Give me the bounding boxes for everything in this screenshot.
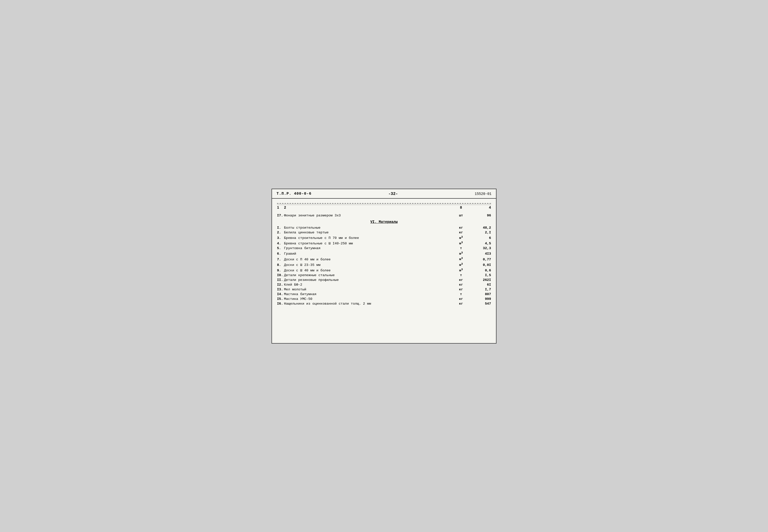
- item-number: I6.: [277, 302, 284, 306]
- col-num-4: 4: [471, 206, 491, 210]
- item-description: Бревна строительные с П 70 мм и более: [284, 236, 451, 240]
- table-row: 6.Гравийм34I3: [277, 251, 491, 256]
- item-number: 7.: [277, 258, 284, 261]
- item-description: Доски с Ш 23-35 мм: [284, 263, 451, 267]
- item-number: 9.: [277, 269, 284, 272]
- item-quantity: 4,5: [471, 242, 491, 245]
- item-unit: м3: [451, 268, 471, 272]
- table-row: 7.Доски с П 40 мм и болеем30,77: [277, 257, 491, 261]
- item-unit: м3: [451, 235, 471, 240]
- special-item-unit: шт: [451, 214, 471, 217]
- document-page: Т.П.Р. 400-0-6 -32- 15520-01 1 2 8 4 I7.…: [271, 189, 497, 344]
- table-row: I.Болты строительныекг48,2: [277, 226, 491, 230]
- table-row: 8.Доски с Ш 23-35 ммм30,0I: [277, 262, 491, 267]
- item-description: Грунтовка битумная: [284, 246, 451, 250]
- table-row: 4.Бревна строительные с Ш I40-250 ммм34,…: [277, 241, 491, 245]
- item-description: Доски с Ш 40 мм и более: [284, 269, 451, 272]
- item-description: Мастика битумная: [284, 292, 451, 296]
- item-unit: т: [451, 273, 471, 277]
- item-quantity: I,5: [471, 273, 491, 277]
- table-row: I4.Мастика битумнаят807: [277, 292, 491, 296]
- item-quantity: 547: [471, 302, 491, 306]
- item-quantity: 0,77: [471, 258, 491, 261]
- items-list: I.Болты строительныекг48,22.Белила цинко…: [277, 226, 491, 306]
- item-unit: т: [451, 292, 471, 296]
- item-quantity: 6: [471, 236, 491, 240]
- page-number: -32-: [388, 192, 398, 196]
- item-unit: кг: [451, 226, 471, 230]
- table-row: 3.Бревна строительные с П 70 мм и болеем…: [277, 235, 491, 240]
- item-number: I.: [277, 226, 284, 230]
- item-description: Белила цинковые тертые: [284, 231, 451, 234]
- table-row: I6.Нащельники из оцинкованной стали толщ…: [277, 302, 491, 306]
- item-number: 4.: [277, 242, 284, 245]
- item-description: Гравий: [284, 252, 451, 256]
- item-number: I4.: [277, 292, 284, 296]
- item-unit: кг: [451, 288, 471, 291]
- table-row: I5.Мастика УМС-50кг999: [277, 297, 491, 301]
- item-number: 6.: [277, 252, 284, 256]
- page-header: Т.П.Р. 400-0-6 -32- 15520-01: [272, 189, 496, 199]
- item-description: Бревна строительные с Ш I40-250 мм: [284, 242, 451, 245]
- item-description: Мастика УМС-50: [284, 297, 451, 301]
- col-num-1: 1: [277, 206, 284, 210]
- item-number: 2.: [277, 231, 284, 234]
- item-number: I2.: [277, 283, 284, 287]
- item-description: Детали крепежные стальные: [284, 273, 451, 277]
- item-number: 5.: [277, 246, 284, 250]
- top-dashed-line: [277, 203, 491, 204]
- doc-ref-left: Т.П.Р. 400-0-6: [276, 192, 311, 196]
- item-unit: кг: [451, 283, 471, 287]
- item-unit: кг: [451, 278, 471, 282]
- special-item-num: I7.: [277, 214, 284, 217]
- col-num-3: 8: [451, 206, 471, 210]
- item-quantity: 4I3: [471, 252, 491, 256]
- item-description: Детали резиновые профильные: [284, 278, 451, 282]
- item-unit: м3: [451, 251, 471, 256]
- table-row: I3.Мел молотыйкгI,7: [277, 288, 491, 291]
- item-number: II.: [277, 278, 284, 282]
- col-num-2: 2: [284, 206, 451, 210]
- item-quantity: 0,0I: [471, 263, 491, 267]
- item-description: Мел молотый: [284, 288, 451, 291]
- table-row: 9.Доски с Ш 40 мм и болеем30,6: [277, 268, 491, 272]
- table-row: I0.Детали крепежные стальныетI,5: [277, 273, 491, 277]
- item-description: Доски с П 40 мм и более: [284, 258, 451, 261]
- item-quantity: 807: [471, 292, 491, 296]
- item-unit: кг: [451, 297, 471, 301]
- item-number: I0.: [277, 273, 284, 277]
- item-number: 3.: [277, 236, 284, 240]
- special-item-desc: Фонари зенитные размером 3х3: [284, 214, 451, 217]
- item-quantity: 999: [471, 297, 491, 301]
- item-quantity: I,7: [471, 288, 491, 291]
- item-description: Болты строительные: [284, 226, 451, 230]
- item-unit: т: [451, 246, 471, 250]
- item-quantity: 2,I: [471, 231, 491, 234]
- table-row: 5.Грунтовка битумнаят32,3: [277, 246, 491, 250]
- content-area: 1 2 8 4 I7. Фонари зенитные размером 3х3…: [272, 199, 496, 312]
- item-description: Нащельники из оцинкованной стали толщ. 2…: [284, 302, 451, 306]
- table-row: 2.Белила цинковые тертыекг2,I: [277, 231, 491, 234]
- item-number: 8.: [277, 263, 284, 267]
- special-item-row: I7. Фонари зенитные размером 3х3 шт 96: [277, 214, 491, 217]
- item-quantity: 32,3: [471, 246, 491, 250]
- item-number: I3.: [277, 288, 284, 291]
- item-unit: кг: [451, 231, 471, 234]
- item-quantity: 262I: [471, 278, 491, 282]
- table-row: II.Детали резиновые профильныекг262I: [277, 278, 491, 282]
- item-description: Клей БФ-2: [284, 283, 451, 287]
- item-unit: кг: [451, 302, 471, 306]
- special-item-qty: 96: [471, 214, 491, 217]
- doc-ref-right: 15520-01: [475, 192, 492, 196]
- table-row: I2.Клей БФ-2кг6I: [277, 283, 491, 287]
- item-quantity: 0,6: [471, 269, 491, 272]
- item-unit: м3: [451, 241, 471, 245]
- item-quantity: 6I: [471, 283, 491, 287]
- item-unit: м3: [451, 262, 471, 267]
- item-number: I5.: [277, 297, 284, 301]
- item-quantity: 48,2: [471, 226, 491, 230]
- section-title: VI. Материалы: [277, 220, 491, 224]
- item-unit: м3: [451, 257, 471, 261]
- column-numbers: 1 2 8 4: [277, 205, 491, 210]
